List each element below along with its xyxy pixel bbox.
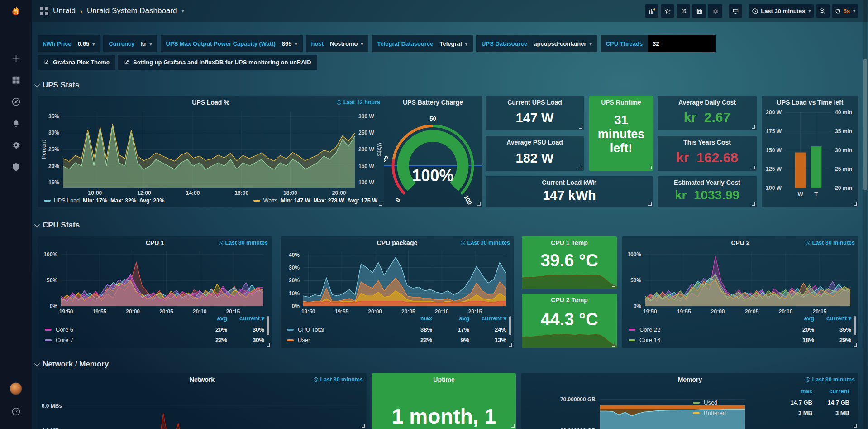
- legend-column-header[interactable]: avg: [779, 314, 816, 324]
- dashboard-link[interactable]: Grafana Plex Theme: [38, 55, 115, 70]
- panel-ups-load: UPS Load % Last 12 hours 35%300 W30%250 …: [38, 96, 384, 207]
- variable-ups-datasource[interactable]: UPS Datasourceapcupsd-container▾: [476, 35, 597, 52]
- variable-currency[interactable]: Currencykr▾: [103, 35, 157, 52]
- panel-time-badge[interactable]: Last 12 hours: [336, 99, 380, 106]
- sidebar-configuration-button[interactable]: [0, 136, 32, 154]
- panel-uptime: Uptime 1 month, 1: [372, 373, 516, 429]
- legend-series-toggle[interactable]: Buffered: [693, 408, 777, 418]
- add-panel-icon: [649, 8, 655, 14]
- panel-title[interactable]: Current Load kWh: [486, 179, 653, 186]
- dashboard-settings-button[interactable]: [708, 4, 722, 18]
- legend-column-header[interactable]: max: [397, 314, 434, 324]
- cpu-package-chart[interactable]: 40%30%20%10%0%19:5019:5520:0020:0520:102…: [282, 247, 512, 316]
- panel-title[interactable]: UPS Battery Charge: [384, 99, 482, 106]
- panel-title[interactable]: This Years Cost: [658, 139, 757, 146]
- svg-text:T: T: [814, 191, 818, 198]
- dashboard-link[interactable]: Setting up Grafana and InfluxDB for UPS …: [118, 55, 317, 70]
- variable-cpu-threads[interactable]: CPU Threads: [601, 35, 716, 52]
- breadcrumb-folder[interactable]: Unraid: [53, 6, 76, 15]
- panel-title[interactable]: CPU 1 Temp: [522, 239, 617, 246]
- panel-time-badge[interactable]: Last 30 minutes: [313, 376, 363, 383]
- cpu1-chart[interactable]: 100%50%0%19:5019:5520:0020:0520:1020:15: [40, 247, 270, 316]
- section-network-memory[interactable]: Network / Memory: [34, 359, 109, 369]
- panel-title[interactable]: Estimated Yearly Cost: [658, 179, 757, 186]
- star-dashboard-button[interactable]: [661, 4, 674, 18]
- zoom-out-time-button[interactable]: [816, 4, 830, 18]
- svg-text:100 W: 100 W: [358, 179, 374, 186]
- sidebar-add-button[interactable]: [0, 49, 32, 67]
- panel-time-badge[interactable]: Last 30 minutes: [805, 376, 855, 383]
- share-dashboard-button[interactable]: [677, 4, 690, 18]
- legend-series-toggle[interactable]: WattsMin: 147 W Max: 278 W Avg: 175 W: [253, 198, 377, 204]
- sidebar-dashboards-button[interactable]: [0, 71, 32, 89]
- legend-series-toggle[interactable]: Core 7: [45, 335, 192, 345]
- svg-text:100 W: 100 W: [766, 185, 782, 191]
- panel-title[interactable]: Average PSU Load: [486, 139, 584, 146]
- variable-kwh-price[interactable]: kWh Price0.65▾: [38, 35, 100, 52]
- legend-column-header[interactable]: current ▾: [471, 314, 508, 324]
- cycle-view-button[interactable]: [729, 4, 742, 18]
- legend-series-toggle[interactable]: UPS LoadMin: 17% Max: 32% Avg: 20%: [44, 198, 164, 204]
- legend-column-header[interactable]: current ▾: [816, 314, 853, 324]
- variable-value: apcupsd-container▾: [534, 40, 591, 47]
- battery-gauge[interactable]: 02050100100%: [384, 112, 482, 205]
- sidebar-user-button[interactable]: [0, 380, 32, 398]
- refresh-picker[interactable]: 5s ▾: [832, 4, 858, 18]
- legend-series-toggle[interactable]: Core 22: [629, 324, 779, 335]
- time-badge-label: Last 30 minutes: [467, 240, 510, 246]
- sidebar-alerting-button[interactable]: [0, 114, 32, 132]
- legend-series-toggle[interactable]: Core 16: [629, 335, 779, 345]
- legend-scrollbar[interactable]: [854, 316, 856, 335]
- panel-title[interactable]: Current UPS Load: [486, 99, 584, 106]
- panel-title[interactable]: UPS Runtime: [589, 99, 653, 106]
- ups-load-chart[interactable]: 35%300 W30%250 W25%200 W20%150 W15%100 W…: [39, 107, 382, 198]
- variable-input[interactable]: [648, 35, 716, 52]
- section-ups-stats[interactable]: UPS Stats: [34, 80, 79, 90]
- variable-telegraf-datasource[interactable]: Telegraf DatasourceTelegraf▾: [372, 35, 473, 52]
- panel-time-badge[interactable]: Last 30 minutes: [805, 240, 855, 246]
- legend-column-header[interactable]: avg: [434, 314, 471, 324]
- series-name: Core 16: [639, 337, 660, 343]
- apps-icon: [40, 7, 48, 15]
- grafana-logo[interactable]: [0, 3, 32, 21]
- sidebar-help-button[interactable]: [0, 402, 32, 420]
- sidebar-explore-button[interactable]: [0, 92, 32, 111]
- add-panel-button[interactable]: [645, 4, 658, 18]
- variable-host[interactable]: hostNostromo▾: [306, 35, 369, 52]
- panel-title[interactable]: UPS Load %: [38, 99, 384, 106]
- panel-time-badge[interactable]: Last 30 minutes: [218, 240, 268, 246]
- ups-bar-chart[interactable]: 200 W40 min175 W35 min150 W30 min125 W25…: [762, 96, 858, 207]
- cpu2-chart[interactable]: 100%50%0%19:5019:5520:0020:0520:1020:15: [624, 247, 857, 316]
- panel-title[interactable]: UPS Load vs Time left: [762, 99, 858, 106]
- legend-value: 9%: [434, 335, 471, 345]
- svg-text:200 W: 200 W: [358, 146, 374, 153]
- save-dashboard-button[interactable]: [692, 4, 706, 18]
- legend-series-toggle[interactable]: CPU Total: [287, 324, 397, 335]
- legend-scrollbar[interactable]: [509, 316, 511, 335]
- network-chart[interactable]: 6.0 MBs4.0 MBs2.0 MBs: [39, 384, 365, 429]
- series-name: Watts: [263, 198, 277, 204]
- legend-column-header[interactable]: current: [814, 387, 851, 397]
- breadcrumb-dashboard-title[interactable]: Unraid System Dashboard: [87, 6, 177, 15]
- time-range-picker[interactable]: Last 30 minutes ▾: [749, 4, 813, 18]
- legend-column-header[interactable]: max: [777, 387, 814, 397]
- svg-text:60.000000 GB: 60.000000 GB: [560, 427, 596, 429]
- panel-time-badge[interactable]: Last 30 minutes: [460, 240, 510, 246]
- legend-series-toggle[interactable]: User: [287, 335, 397, 345]
- legend-series-toggle[interactable]: Core 6: [45, 324, 192, 335]
- panel-title[interactable]: Uptime: [372, 376, 516, 383]
- legend-column-header[interactable]: avg: [192, 314, 229, 324]
- section-cpu-stats[interactable]: CPU Stats: [34, 220, 80, 230]
- breadcrumb-caret-icon[interactable]: ▾: [181, 9, 184, 14]
- clock-icon: [218, 240, 224, 246]
- top-nav-bar: Unraid › Unraid System Dashboard ▾ Last …: [32, 0, 868, 22]
- variable-ups-max-output-power-capacity-watt-[interactable]: UPS Max Output Power Capacity (Watt)865▾: [161, 35, 303, 52]
- legend-series-toggle[interactable]: Used: [693, 397, 777, 408]
- page-scrollbar-thumb[interactable]: [863, 59, 867, 190]
- clock-icon: [805, 240, 811, 246]
- panel-title[interactable]: Average Daily Cost: [658, 99, 757, 106]
- legend-scrollbar[interactable]: [267, 316, 269, 335]
- panel-title[interactable]: CPU 2 Temp: [522, 296, 617, 304]
- sidebar-admin-button[interactable]: [0, 158, 32, 176]
- legend-column-header[interactable]: current ▾: [229, 314, 266, 324]
